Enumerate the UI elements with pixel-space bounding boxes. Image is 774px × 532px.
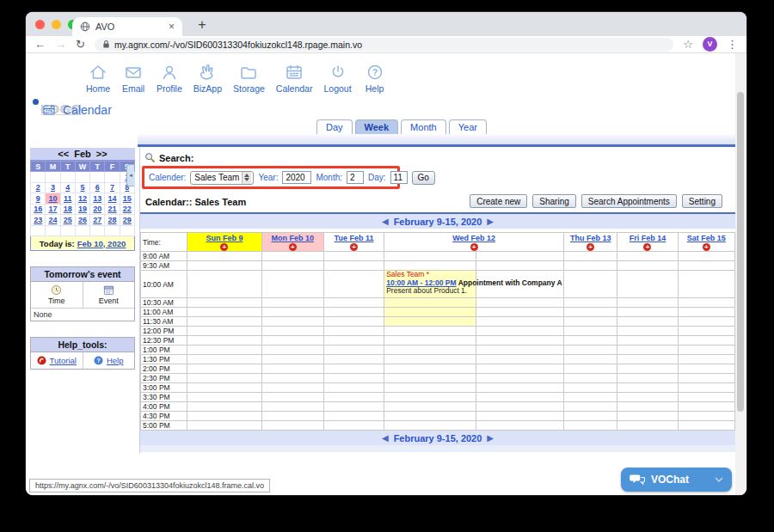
grid-cell[interactable]: [564, 271, 617, 298]
grid-cell[interactable]: [476, 364, 563, 374]
nav-item-storage[interactable]: Storage: [233, 63, 265, 94]
grid-cell[interactable]: [617, 364, 678, 374]
grid-cell[interactable]: [678, 252, 734, 261]
mini-cal-date-link[interactable]: 23: [34, 216, 42, 224]
mini-cal-date-link[interactable]: 3: [51, 183, 55, 192]
grid-cell[interactable]: [564, 298, 617, 308]
year-input[interactable]: [282, 171, 311, 184]
grid-cell[interactable]: [261, 336, 323, 345]
reload-button[interactable]: ↻: [76, 36, 85, 53]
nav-item-calendar[interactable]: Calendar: [276, 63, 313, 94]
grid-cell[interactable]: [564, 393, 617, 402]
mini-cal-date-cell[interactable]: 13: [90, 193, 105, 205]
grid-cell[interactable]: [323, 261, 384, 271]
grid-cell[interactable]: [261, 317, 323, 327]
grid-cell[interactable]: [678, 402, 734, 412]
mini-cal-date-cell[interactable]: 10: [46, 193, 60, 205]
mini-cal-date-link[interactable]: 4: [65, 183, 70, 192]
tab-week[interactable]: Week: [355, 119, 399, 135]
grid-cell[interactable]: [384, 421, 476, 431]
grid-cell[interactable]: [261, 383, 323, 393]
help-link[interactable]: Help: [107, 356, 124, 365]
grid-cell[interactable]: [476, 308, 563, 317]
day-link[interactable]: Sun Feb 9: [206, 234, 243, 242]
grid-cell[interactable]: [187, 252, 261, 261]
nav-item-logout[interactable]: Logout: [323, 63, 351, 94]
appointment-block[interactable]: Sales Team *10:00 AM - 12:00 PM Appointm…: [384, 271, 476, 298]
mini-cal-date-link[interactable]: 27: [93, 216, 101, 224]
grid-cell[interactable]: [261, 393, 323, 402]
month-input[interactable]: [347, 171, 364, 184]
grid-cell[interactable]: [564, 402, 617, 412]
profile-avatar[interactable]: V: [703, 37, 717, 52]
mini-cal-date-cell[interactable]: 29: [120, 215, 134, 226]
page-scrollbar[interactable]: [735, 53, 746, 495]
day-link[interactable]: Tue Feb 11: [335, 234, 374, 242]
add-appointment-icon[interactable]: +: [643, 243, 651, 251]
today-date-link[interactable]: Feb 10, 2020: [77, 239, 126, 248]
grid-cell[interactable]: [187, 393, 261, 402]
grid-cell[interactable]: [384, 383, 476, 393]
tutorial-link[interactable]: Tutorial: [50, 356, 77, 365]
grid-cell[interactable]: [261, 364, 323, 374]
mini-cal-date-link[interactable]: 28: [108, 216, 117, 224]
grid-cell[interactable]: [384, 252, 476, 261]
day-link[interactable]: Mon Feb 10: [271, 234, 314, 242]
grid-cell[interactable]: [187, 327, 261, 336]
setting-button[interactable]: Setting: [682, 194, 722, 208]
tutorial-cell[interactable]: Tutorial: [31, 352, 83, 369]
grid-cell[interactable]: [261, 355, 323, 364]
browser-tab[interactable]: AVO ×: [72, 17, 182, 36]
mini-cal-date-link[interactable]: 25: [64, 216, 72, 224]
grid-cell[interactable]: [476, 345, 563, 355]
grid-cell[interactable]: [261, 345, 323, 355]
nav-item-help[interactable]: ?Help: [363, 63, 387, 94]
mini-cal-date-cell[interactable]: 4: [60, 182, 75, 193]
minimize-window-button[interactable]: [52, 20, 61, 29]
next-week-icon[interactable]: ▶: [487, 217, 494, 226]
grid-cell[interactable]: [564, 383, 617, 393]
mini-cal-date-cell[interactable]: 26: [75, 215, 89, 226]
day-input[interactable]: [390, 171, 408, 184]
add-appointment-icon[interactable]: +: [703, 243, 710, 251]
grid-cell[interactable]: [678, 327, 734, 336]
grid-cell[interactable]: [323, 412, 384, 421]
grid-cell[interactable]: [564, 412, 617, 421]
grid-cell[interactable]: [617, 298, 678, 308]
grid-cell[interactable]: [323, 327, 384, 336]
grid-cell[interactable]: [384, 317, 476, 327]
grid-cell[interactable]: [323, 383, 384, 393]
grid-cell[interactable]: [261, 252, 323, 261]
grid-cell[interactable]: [476, 336, 563, 345]
mini-cal-date-cell[interactable]: 9: [31, 193, 46, 205]
mini-cal-date-cell[interactable]: 20: [90, 204, 105, 215]
grid-cell[interactable]: [476, 412, 563, 421]
grid-cell[interactable]: [384, 308, 476, 317]
grid-cell[interactable]: [323, 345, 384, 355]
grid-cell[interactable]: [261, 374, 323, 383]
grid-cell[interactable]: [187, 355, 261, 364]
grid-cell[interactable]: [617, 355, 678, 364]
grid-cell[interactable]: [323, 252, 384, 261]
mini-cal-date-cell[interactable]: 17: [46, 204, 60, 215]
mini-cal-date-link[interactable]: 24: [48, 216, 57, 224]
prev-week-icon[interactable]: ◀: [382, 217, 389, 226]
mini-cal-date-link[interactable]: 2: [36, 183, 40, 192]
grid-cell[interactable]: [476, 374, 563, 383]
grid-cell[interactable]: [617, 421, 678, 431]
mini-cal-date-link[interactable]: 20: [93, 205, 101, 213]
grid-cell[interactable]: [678, 393, 734, 402]
browser-menu-icon[interactable]: ⋮: [727, 36, 738, 53]
mini-cal-date-link[interactable]: 14: [108, 194, 117, 203]
mini-cal-date-link[interactable]: 19: [78, 205, 87, 213]
grid-cell[interactable]: [617, 308, 678, 317]
add-appointment-icon[interactable]: +: [470, 243, 478, 251]
mini-cal-date-cell[interactable]: 18: [60, 204, 75, 215]
bookmark-star-icon[interactable]: ☆: [683, 36, 693, 53]
mini-cal-date-link[interactable]: 10: [48, 194, 57, 203]
grid-cell[interactable]: [384, 355, 476, 364]
nav-item-email[interactable]: Email: [121, 63, 145, 94]
grid-cell[interactable]: [187, 336, 261, 345]
grid-cell[interactable]: [617, 393, 678, 402]
grid-cell[interactable]: [564, 252, 617, 261]
